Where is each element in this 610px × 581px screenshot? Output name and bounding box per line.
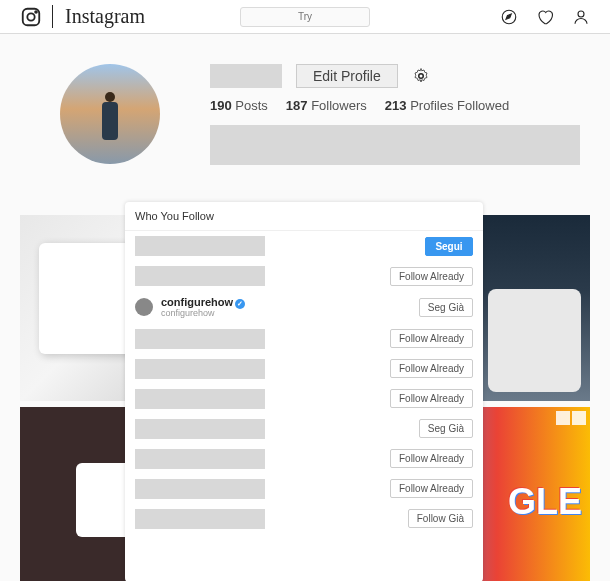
user-avatar[interactable]: [135, 298, 153, 316]
profile-header: Edit Profile 190 Posts 187 Followers 213…: [0, 34, 610, 175]
verified-badge-icon: [235, 299, 245, 309]
gallery-badge-icon: [556, 411, 570, 425]
following-row: Follow Already: [125, 384, 483, 414]
top-actions: [500, 8, 590, 26]
following-stat[interactable]: 213 Profiles Followed: [385, 98, 509, 113]
settings-icon[interactable]: [412, 67, 430, 85]
svg-point-5: [578, 11, 584, 17]
username-placeholder: [210, 64, 282, 88]
follow-button[interactable]: Seg Già: [419, 419, 473, 438]
following-row: Follow Already: [125, 354, 483, 384]
posts-stat[interactable]: 190 Posts: [210, 98, 268, 113]
explore-icon[interactable]: [500, 8, 518, 26]
user-placeholder: [135, 266, 265, 286]
modal-title: Who You Follow: [125, 202, 483, 231]
profile-name-row: Edit Profile: [210, 64, 590, 88]
user-name-column: configurehowconfigurehow: [161, 296, 245, 319]
following-row: Follow Already: [125, 324, 483, 354]
profile-stats: 190 Posts 187 Followers 213 Profiles Fol…: [210, 98, 590, 113]
bio-placeholder: [210, 125, 580, 165]
svg-point-2: [35, 11, 37, 13]
edit-profile-button[interactable]: Edit Profile: [296, 64, 398, 88]
user-placeholder: [135, 449, 265, 469]
user-placeholder: [135, 419, 265, 439]
following-row: Segui: [125, 231, 483, 261]
profile-info: Edit Profile 190 Posts 187 Followers 213…: [210, 64, 590, 165]
follow-button[interactable]: Follow Already: [390, 479, 473, 498]
following-list: SeguiFollow Alreadyconfigurehowconfigure…: [125, 231, 483, 534]
svg-point-6: [418, 74, 423, 79]
following-row: Seg Già: [125, 414, 483, 444]
follow-button[interactable]: Follow Già: [408, 509, 473, 528]
heart-icon[interactable]: [536, 8, 554, 26]
follow-button[interactable]: Follow Already: [390, 449, 473, 468]
user-placeholder: [135, 479, 265, 499]
following-row: Follow Already: [125, 444, 483, 474]
following-row: Follow Già: [125, 504, 483, 534]
following-row: configurehowconfigurehowSeg Già: [125, 291, 483, 324]
instagram-logo-icon[interactable]: [20, 6, 42, 28]
svg-marker-4: [506, 14, 511, 19]
user-username[interactable]: configurehow: [161, 296, 245, 309]
followers-stat[interactable]: 187 Followers: [286, 98, 367, 113]
profile-avatar[interactable]: [60, 64, 160, 164]
user-placeholder: [135, 389, 265, 409]
follow-button[interactable]: Seg Già: [419, 298, 473, 317]
following-row: Follow Already: [125, 261, 483, 291]
follow-button[interactable]: Follow Already: [390, 389, 473, 408]
user-placeholder: [135, 509, 265, 529]
follow-button[interactable]: Follow Already: [390, 267, 473, 286]
top-navigation: Instagram: [0, 0, 610, 34]
following-row: Follow Already: [125, 474, 483, 504]
follow-button[interactable]: Follow Already: [390, 359, 473, 378]
following-modal: Who You Follow SeguiFollow Alreadyconfig…: [125, 202, 483, 581]
user-placeholder: [135, 359, 265, 379]
svg-point-1: [27, 13, 34, 20]
search-input[interactable]: [240, 7, 370, 27]
search-container: [240, 6, 370, 27]
user-placeholder: [135, 236, 265, 256]
follow-button[interactable]: Follow Already: [390, 329, 473, 348]
user-handle: configurehow: [161, 309, 245, 319]
brand-wordmark[interactable]: Instagram: [52, 5, 145, 28]
follow-button[interactable]: Segui: [425, 237, 473, 256]
user-placeholder: [135, 329, 265, 349]
profile-icon[interactable]: [572, 8, 590, 26]
gallery-badge-icon: [572, 411, 586, 425]
